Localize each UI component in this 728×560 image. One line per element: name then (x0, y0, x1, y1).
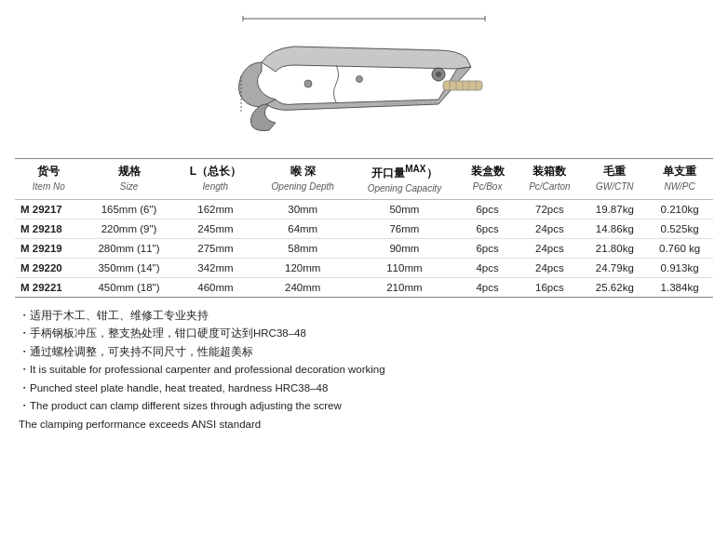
cell-nw: 0.210kg (646, 199, 713, 219)
cell-size: 280mm (11") (83, 238, 176, 258)
cell-item: M 29221 (15, 277, 83, 297)
col-main-pccarton: 装箱数 (533, 165, 566, 178)
cell-length: 162mm (175, 199, 255, 219)
svg-point-11 (304, 80, 312, 87)
cell-length: 275mm (175, 238, 255, 258)
table-row: M 29217 165mm (6") 162mm 30mm 50mm 6pcs … (15, 199, 713, 219)
feature-line: 通过螺栓调整，可夹持不同尺寸，性能超美标 (15, 343, 713, 362)
col-main-size: 规格 (118, 165, 141, 178)
diagram-section (15, 9, 713, 141)
cell-size: 165mm (6") (83, 199, 176, 219)
col-main-nw: 单支重 (663, 165, 696, 178)
cell-length: 342mm (175, 258, 255, 277)
col-main-capacity: 开口量MAX） (371, 167, 437, 180)
features-section: 适用于木工、钳工、维修工专业夹持手柄钢板冲压，整支热处理，钳口硬度可达到HRC3… (15, 307, 713, 434)
col-header-depth: 喉 深 Opening Depth (256, 159, 350, 200)
cell-item: M 29219 (15, 238, 83, 258)
cell-nw: 0.760 kg (646, 238, 713, 258)
col-header-gw: 毛重 GW/CTN (583, 159, 646, 200)
col-sub-capacity: Opening Capacity (368, 183, 442, 193)
col-main-length: L（总长） (190, 165, 241, 178)
svg-point-4 (436, 72, 441, 77)
cell-length: 460mm (175, 277, 255, 297)
cell-pccarton: 72pcs (516, 199, 583, 219)
cell-pccarton: 24pcs (516, 219, 583, 238)
cell-length: 245mm (175, 219, 255, 238)
cell-depth: 120mm (256, 258, 350, 277)
cell-pcbox: 4pcs (459, 258, 516, 277)
cell-item: M 29218 (15, 219, 83, 238)
col-sub-nw: NW/PC (664, 181, 694, 192)
cell-gw: 19.87kg (583, 199, 646, 219)
svg-point-12 (357, 76, 363, 83)
col-sub-item: Item No (33, 181, 65, 192)
table-section: 货号 Item No 规格 Size L（总长） length 喉 深 Open… (15, 158, 713, 298)
cell-size: 220mm (9") (83, 219, 176, 238)
cell-pccarton: 16pcs (516, 277, 583, 297)
col-main-depth: 喉 深 (290, 165, 316, 178)
cell-size: 350mm (14") (83, 258, 176, 277)
table-row: M 29218 220mm (9") 245mm 64mm 76mm 6pcs … (15, 219, 713, 238)
cell-gw: 21.80kg (583, 238, 646, 258)
feature-line: It is suitable for professional carpente… (15, 361, 713, 380)
cell-capacity: 50mm (350, 199, 459, 219)
col-main-item: 货号 (37, 165, 60, 178)
col-header-nw: 单支重 NW/PC (646, 159, 713, 200)
feature-line: 适用于木工、钳工、维修工专业夹持 (15, 307, 713, 326)
cell-depth: 240mm (256, 277, 350, 297)
cell-nw: 1.384kg (646, 277, 713, 297)
col-sub-pccarton: Pc/Carton (529, 181, 570, 192)
cell-depth: 64mm (256, 219, 350, 238)
cell-capacity: 210mm (350, 277, 459, 297)
cell-pcbox: 6pcs (459, 219, 516, 238)
cell-gw: 14.86kg (583, 219, 646, 238)
diagram-image (215, 11, 513, 141)
col-header-item: 货号 Item No (15, 159, 83, 200)
col-sub-gw: GW/CTN (596, 181, 634, 192)
cell-gw: 24.79kg (583, 258, 646, 277)
cell-pcbox: 6pcs (459, 199, 516, 219)
col-header-length: L（总长） length (175, 159, 255, 200)
cell-item: M 29220 (15, 258, 83, 277)
col-sub-pcbox: Pc/Box (473, 181, 503, 192)
cell-capacity: 110mm (350, 258, 459, 277)
table-row: M 29219 280mm (11") 275mm 58mm 90mm 6pcs… (15, 238, 713, 258)
specs-table: 货号 Item No 规格 Size L（总长） length 喉 深 Open… (15, 158, 713, 298)
col-header-pccarton: 装箱数 Pc/Carton (516, 159, 583, 200)
cell-nw: 0.913kg (646, 258, 713, 277)
diagram-wrapper (215, 9, 513, 141)
cell-capacity: 90mm (350, 238, 459, 258)
col-header-capacity: 开口量MAX） Opening Capacity (350, 159, 459, 200)
cell-nw: 0.525kg (646, 219, 713, 238)
cell-capacity: 76mm (350, 219, 459, 238)
cell-item: M 29217 (15, 199, 83, 219)
cell-size: 450mm (18") (83, 277, 176, 297)
cell-depth: 30mm (256, 199, 350, 219)
col-sub-depth: Opening Depth (272, 181, 334, 192)
feature-line: 手柄钢板冲压，整支热处理，钳口硬度可达到HRC38–48 (15, 325, 713, 343)
col-main-gw: 毛重 (603, 165, 626, 178)
col-main-pcbox: 装盒数 (471, 165, 505, 178)
cell-depth: 58mm (256, 238, 350, 258)
cell-pccarton: 24pcs (516, 238, 583, 258)
table-row: M 29220 350mm (14") 342mm 120mm 110mm 4p… (15, 258, 713, 277)
feature-line: The clamping performance exceeds ANSI st… (15, 416, 713, 434)
col-header-pcbox: 装盒数 Pc/Box (459, 159, 516, 200)
cell-pcbox: 4pcs (459, 277, 516, 297)
cell-gw: 25.62kg (583, 277, 646, 297)
cell-pcbox: 6pcs (459, 238, 516, 258)
table-header-row: 货号 Item No 规格 Size L（总长） length 喉 深 Open… (15, 159, 713, 200)
feature-line: The product can clamp different sizes th… (15, 397, 713, 416)
cell-pccarton: 24pcs (516, 258, 583, 277)
col-sub-size: Size (120, 181, 138, 192)
table-row: M 29221 450mm (18") 460mm 240mm 210mm 4p… (15, 277, 713, 297)
page: 货号 Item No 规格 Size L（总长） length 喉 深 Open… (0, 0, 728, 560)
col-sub-length: length (203, 181, 228, 192)
feature-line: Punched steel plate handle, heat treated… (15, 380, 713, 398)
col-header-size: 规格 Size (83, 159, 176, 200)
